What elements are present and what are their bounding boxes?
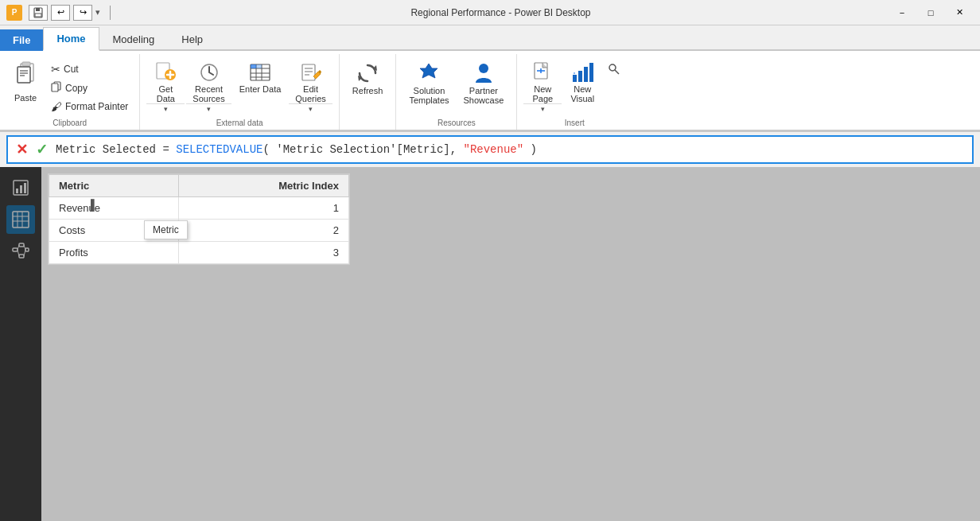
edit-queries-arrow[interactable]: ▾ bbox=[289, 103, 332, 114]
svg-line-54 bbox=[18, 245, 19, 250]
svg-rect-53 bbox=[25, 248, 29, 251]
svg-rect-20 bbox=[251, 64, 256, 68]
tab-help[interactable]: Help bbox=[168, 28, 216, 51]
ribbon-search-area bbox=[603, 57, 625, 78]
format-painter-button[interactable]: 🖌 Format Painter bbox=[46, 98, 133, 115]
maximize-button[interactable]: □ bbox=[916, 0, 945, 25]
solution-templates-line2: Templates bbox=[409, 95, 449, 105]
paste-button[interactable]: Paste bbox=[6, 57, 45, 106]
table-row[interactable]: Costs 2 bbox=[49, 220, 349, 242]
tab-file[interactable]: File bbox=[0, 29, 43, 51]
data-table-container: Metric Metric Index Revenue ▌ bbox=[48, 173, 350, 265]
get-data-arrow[interactable]: ▾ bbox=[146, 103, 185, 114]
tab-modeling[interactable]: Modeling bbox=[99, 28, 169, 51]
solution-templates-button[interactable]: Solution Templates bbox=[402, 57, 455, 108]
partner-showcase-line1: Partner bbox=[469, 86, 498, 95]
resources-label: Resources bbox=[399, 117, 513, 130]
paste-icon bbox=[13, 60, 38, 91]
title-bar: P ↩ ↪ ▾ Regional Performance - Power BI … bbox=[0, 0, 980, 25]
formula-part-normal: Metric Selected = bbox=[56, 143, 176, 156]
clipboard-group-content: Paste ✂ Cut Co bbox=[3, 56, 136, 117]
recent-sources-arrow[interactable]: ▾ bbox=[186, 103, 231, 114]
partner-showcase-line2: Showcase bbox=[464, 95, 504, 105]
get-data-main[interactable]: Get Data bbox=[146, 57, 185, 103]
enter-data-button[interactable]: Enter Data bbox=[233, 57, 288, 97]
content-area: Metric Metric Index Revenue ▌ bbox=[41, 167, 980, 521]
formula-keyword: SELECTEDVALUE bbox=[176, 143, 262, 156]
main-area: Metric Metric Index Revenue ▌ bbox=[0, 167, 980, 521]
paste-label: Paste bbox=[14, 93, 37, 103]
ribbon: Paste ✂ Cut Co bbox=[0, 51, 980, 132]
svg-point-28 bbox=[479, 64, 488, 73]
recent-sources-main[interactable]: Recent Sources bbox=[186, 57, 231, 103]
report-view-icon[interactable] bbox=[6, 173, 35, 202]
recent-sources-button[interactable]: Recent Sources ▾ bbox=[186, 57, 231, 114]
svg-point-39 bbox=[609, 64, 616, 71]
cut-button[interactable]: ✂ Cut bbox=[46, 60, 133, 78]
refresh-content: Refresh bbox=[343, 56, 393, 126]
edit-queries-label: Edit bbox=[303, 84, 318, 94]
clipboard-stack: ✂ Cut Copy 🖌 Form bbox=[46, 57, 133, 115]
refresh-button[interactable]: Refresh bbox=[346, 57, 390, 99]
external-data-content: Get Data ▾ Recent Sources ▾ bbox=[143, 56, 335, 117]
edit-queries-main[interactable]: Edit Queries bbox=[289, 57, 332, 103]
new-visual-line1: New bbox=[574, 84, 591, 94]
partner-showcase-button[interactable]: Partner Showcase bbox=[457, 57, 511, 108]
column-header-metric-index[interactable]: Metric Index bbox=[179, 175, 349, 197]
ribbon-tabs: File Home Modeling Help bbox=[0, 25, 980, 51]
svg-rect-51 bbox=[19, 243, 24, 247]
svg-rect-36 bbox=[584, 67, 588, 82]
formula-bar: ✕ ✓ Metric Selected = SELECTEDVALUE( 'Me… bbox=[6, 135, 974, 164]
copy-label: Copy bbox=[65, 83, 88, 94]
insert-label: Insert bbox=[520, 117, 628, 130]
new-page-arrow[interactable]: ▾ bbox=[523, 103, 562, 114]
formula-confirm-button[interactable]: ✓ bbox=[36, 141, 48, 158]
formula-bar-wrapper: ✕ ✓ Metric Selected = SELECTEDVALUE( 'Me… bbox=[0, 132, 980, 167]
svg-rect-5 bbox=[18, 67, 30, 83]
svg-rect-52 bbox=[19, 255, 24, 258]
redo-button[interactable]: ↪ bbox=[73, 5, 92, 21]
save-button[interactable] bbox=[29, 5, 48, 21]
resources-content: Solution Templates Partner Showcase bbox=[399, 56, 513, 117]
undo-button[interactable]: ↩ bbox=[51, 5, 70, 21]
close-button[interactable]: ✕ bbox=[945, 0, 974, 25]
column-tooltip: Metric bbox=[144, 220, 188, 239]
new-page-button[interactable]: New Page ▾ bbox=[523, 57, 562, 114]
refresh-group-label bbox=[343, 126, 393, 130]
svg-rect-35 bbox=[578, 71, 582, 82]
svg-rect-1 bbox=[36, 8, 40, 11]
cell-metric-1: Revenue ▌ bbox=[49, 197, 179, 220]
model-view-icon[interactable] bbox=[6, 237, 35, 266]
ribbon-content: Paste ✂ Cut Co bbox=[0, 51, 980, 131]
separator bbox=[110, 6, 111, 20]
refresh-group: Refresh bbox=[340, 54, 397, 130]
get-data-button[interactable]: Get Data ▾ bbox=[146, 57, 185, 114]
table-row[interactable]: Revenue ▌ 1 bbox=[49, 197, 349, 220]
formula-string: "Revenue" bbox=[464, 143, 524, 156]
copy-button[interactable]: Copy bbox=[46, 79, 133, 97]
new-visual-button[interactable]: New Visual bbox=[563, 57, 601, 107]
refresh-label: Refresh bbox=[352, 86, 383, 95]
new-page-label: New bbox=[534, 84, 551, 94]
tab-home[interactable]: Home bbox=[43, 27, 99, 51]
edit-queries-button[interactable]: Edit Queries ▾ bbox=[289, 57, 332, 114]
data-view-icon[interactable] bbox=[6, 205, 35, 234]
svg-rect-44 bbox=[24, 183, 26, 193]
data-table: Metric Metric Index Revenue ▌ bbox=[49, 174, 349, 264]
minimize-button[interactable]: − bbox=[888, 0, 916, 25]
quick-access-toolbar: ↩ ↪ ▾ bbox=[29, 5, 100, 21]
table-row[interactable]: Profits 3 bbox=[49, 242, 349, 264]
svg-rect-10 bbox=[52, 84, 58, 91]
new-page-main[interactable]: New Page bbox=[523, 57, 562, 103]
insert-content: New Page ▾ New Visual bbox=[520, 56, 628, 117]
cell-metric-index-3: 3 bbox=[179, 242, 349, 264]
column-header-metric[interactable]: Metric bbox=[49, 175, 179, 197]
cell-metric-index-1: 1 bbox=[179, 197, 349, 220]
formula-cancel-button[interactable]: ✕ bbox=[16, 141, 28, 158]
formula-text: Metric Selected = SELECTEDVALUE( 'Metric… bbox=[56, 143, 964, 156]
clipboard-label: Clipboard bbox=[3, 117, 136, 130]
cell-metric-3: Profits bbox=[49, 242, 179, 264]
external-data-group: Get Data ▾ Recent Sources ▾ bbox=[140, 54, 339, 130]
ribbon-search-button[interactable] bbox=[603, 60, 625, 78]
svg-rect-42 bbox=[16, 189, 18, 193]
